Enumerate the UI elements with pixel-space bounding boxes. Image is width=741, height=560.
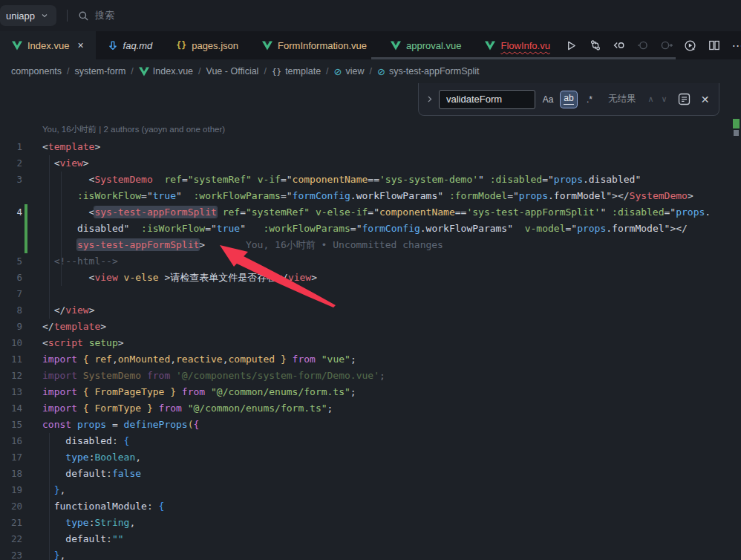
breadcrumb-item-components[interactable]: components (11, 66, 62, 76)
breadcrumb-label: system-form (75, 66, 126, 76)
split-editor-icon (708, 39, 720, 51)
code-line-11[interactable]: 11import { ref,onMounted,reactive,comput… (0, 351, 741, 368)
tab-forminformation-vue[interactable]: FormInformation.vue (250, 31, 379, 59)
whole-word-button[interactable]: ab (561, 91, 577, 108)
breadcrumb-separator: / (198, 66, 200, 76)
tabs-list: Index.vue×faq.md{}pages.jsonFormInformat… (0, 31, 562, 59)
line-content: <SystemDemo ref="systemRef" v-if="compon… (42, 172, 641, 188)
code-line-22[interactable]: 22 default:"" (0, 531, 741, 547)
breadcrumb-label: components (11, 66, 62, 76)
breadcrumb-separator: / (326, 66, 328, 76)
tab-faq-md[interactable]: faq.md (96, 31, 165, 59)
tab-index-vue[interactable]: Index.vue× (0, 31, 96, 59)
code-line-17[interactable]: 17 type:Boolean, (0, 449, 741, 466)
tab-flowinfo-vu[interactable]: FlowInfo.vu (473, 31, 561, 59)
workspace-switcher[interactable]: uniapp (0, 5, 56, 26)
breadcrumb-label: Index.vue (153, 66, 193, 76)
breadcrumb-item-vue-official[interactable]: Vue - Official (206, 66, 259, 76)
line-content: default:"" (42, 531, 124, 547)
code-line-wrap[interactable]: sys-test-appFormSplit> You, 16小时前 • Unco… (0, 237, 741, 253)
line-number: 1 (0, 139, 22, 155)
git-compare-button[interactable] (586, 36, 605, 55)
code-editor[interactable]: You, 16小时前 | 2 authors (yaoyn and one ot… (0, 83, 741, 560)
more-actions-button[interactable]: ⋯ (728, 36, 741, 55)
code-line-23[interactable]: 23 }, (0, 547, 741, 560)
regex-button[interactable]: .* (581, 91, 598, 108)
find-input[interactable] (439, 90, 535, 109)
line-number: 2 (0, 155, 22, 172)
tab-pages-json[interactable]: {}pages.json (164, 31, 250, 59)
code-line-18[interactable]: 18 default:false (0, 466, 741, 482)
find-in-selection-icon (678, 93, 691, 105)
code-line-8[interactable]: 8 </view> (0, 302, 741, 319)
find-results-count: 无结果 (608, 93, 636, 105)
breadcrumb-item-index-vue[interactable]: Index.vue (139, 66, 193, 76)
run-or-debug-button[interactable] (681, 36, 700, 55)
open-changes-icon (613, 39, 625, 51)
tab-label: pages.json (192, 40, 238, 51)
line-content: import { FormType } from "@/common/enums… (42, 400, 333, 417)
code-line-3[interactable]: 3 <SystemDemo ref="systemRef" v-if="comp… (0, 172, 741, 188)
line-number: 17 (0, 449, 22, 466)
toggle-replace-button[interactable] (425, 94, 434, 104)
code-line-15[interactable]: 15const props = defineProps({ (0, 417, 741, 433)
breadcrumb-item-sys-test-appformsplit[interactable]: ⊘sys-test-appFormSplit (377, 66, 479, 77)
code-line-21[interactable]: 21 type:String, (0, 515, 741, 531)
code-line-5[interactable]: 5 <!--html--> (0, 253, 741, 270)
find-in-selection-button[interactable] (678, 93, 691, 105)
breadcrumb: components/system-form/Index.vue/Vue - O… (0, 59, 741, 83)
code-line-4[interactable]: 4 <sys-test-appFormSplit ref="systemRef"… (0, 204, 741, 221)
code-line-2[interactable]: 2 <view> (0, 155, 741, 172)
ellipsis-icon: ⋯ (731, 39, 741, 53)
code-line-20[interactable]: 20 functionalModule: { (0, 498, 741, 515)
code-line-12[interactable]: 12import SystemDemo from '@/components/s… (0, 368, 741, 384)
breadcrumb-item-system-form[interactable]: system-form (75, 66, 126, 76)
tab-approval-vue[interactable]: approval.vue (379, 31, 473, 59)
line-number (0, 237, 22, 253)
nav-forward-button (657, 36, 676, 55)
breadcrumb-separator: / (370, 66, 372, 76)
breadcrumb-item-template[interactable]: {}template (272, 66, 321, 76)
line-content: type:Boolean, (42, 449, 141, 466)
code-line-14[interactable]: 14import { FormType } from "@/common/enu… (0, 400, 741, 417)
find-close-button[interactable]: ✕ (701, 94, 710, 105)
breadcrumb-separator: / (131, 66, 133, 76)
line-content: disabled" :isWorkFlow="true" :workFlowPa… (42, 221, 688, 237)
titlebar-search[interactable]: 搜索 (78, 9, 114, 22)
code-line-6[interactable]: 6 <view v-else >请检查表单文件是否存在</view> (0, 270, 741, 286)
markdown-icon (108, 40, 118, 51)
code-line-9[interactable]: 9</template> (0, 319, 741, 335)
tab-label: FormInformation.vue (278, 40, 367, 51)
line-number: 9 (0, 319, 22, 335)
find-next-button[interactable]: ∨ (662, 94, 667, 104)
match-case-button[interactable]: Aa (540, 91, 556, 108)
code-rows: 1<template>2 <view>3 <SystemDemo ref="sy… (0, 139, 741, 560)
json-icon: {} (176, 40, 186, 51)
line-number: 8 (0, 302, 22, 319)
codelens-authors[interactable]: You, 16小时前 | 2 authors (yaoyn and one ot… (42, 124, 225, 135)
tab-close-icon[interactable]: × (77, 40, 83, 51)
breadcrumb-label: template (285, 66, 321, 76)
find-previous-button[interactable]: ∧ (648, 94, 654, 104)
code-line-7[interactable]: 7 (0, 286, 741, 302)
search-icon (78, 10, 89, 22)
workspace-name: uniapp (6, 10, 35, 22)
code-line-wrap[interactable]: :isWorkFlow="true" :workFlowParams="form… (0, 188, 741, 204)
line-content: }, (42, 482, 65, 498)
code-line-10[interactable]: 10<script setup> (0, 335, 741, 351)
open-changes-button[interactable] (610, 36, 629, 55)
code-line-16[interactable]: 16 disabled: { (0, 433, 741, 449)
split-editor-button[interactable] (705, 36, 724, 55)
code-line-1[interactable]: 1<template> (0, 139, 741, 155)
symbol-icon: ⊘ (334, 66, 342, 77)
vue-icon (485, 41, 495, 51)
line-content: sys-test-appFormSplit> You, 16小时前 • Unco… (42, 237, 443, 253)
line-content: <!--html--> (42, 253, 118, 270)
find-widget: Aa ab .* 无结果 ∧ ∨ ✕ (418, 83, 719, 116)
code-line-19[interactable]: 19 }, (0, 482, 741, 498)
code-line-wrap[interactable]: disabled" :isWorkFlow="true" :workFlowPa… (0, 221, 741, 237)
line-content: </view> (42, 302, 94, 319)
run-button[interactable] (562, 36, 581, 55)
code-line-13[interactable]: 13import { FromPageType } from "@/common… (0, 384, 741, 400)
breadcrumb-item-view[interactable]: ⊘view (334, 66, 365, 77)
